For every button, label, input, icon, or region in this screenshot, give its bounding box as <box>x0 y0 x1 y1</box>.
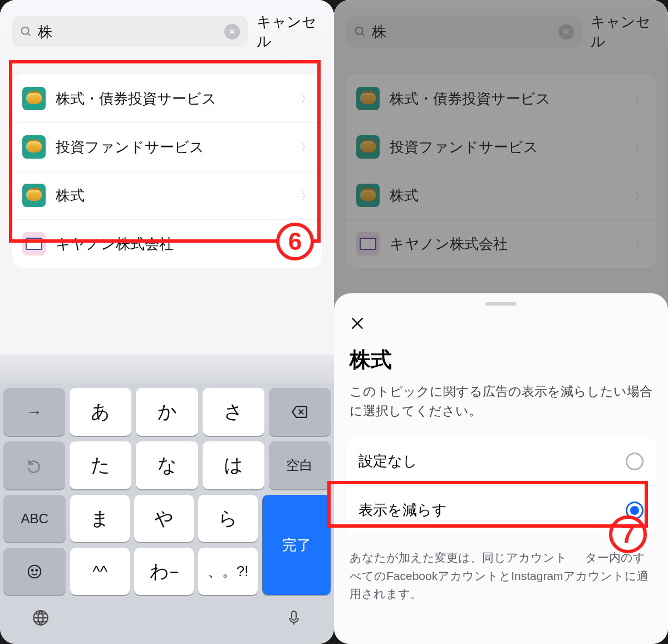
key-punct[interactable]: 、。?! <box>198 548 258 595</box>
cancel-button[interactable]: キャンセル <box>257 12 322 51</box>
key-ra[interactable]: ら <box>198 495 258 542</box>
key-wa[interactable]: わ <box>134 548 194 595</box>
laptop-icon <box>22 232 46 255</box>
result-label: 株式・債券投資サービス <box>56 89 291 109</box>
option-label: 表示を減らす <box>358 500 447 520</box>
annotation-badge-6: 6 <box>276 223 314 260</box>
sheet-title: 株式 <box>334 336 668 382</box>
chevron-right-icon: 〉 <box>301 188 312 203</box>
left-screenshot: キャンセル 株式・債券投資サービス 〉 投資ファンドサービス 〉 株式 〉 キヤ… <box>0 0 334 644</box>
coin-icon <box>22 135 46 159</box>
key-ka[interactable]: か <box>136 388 198 436</box>
chevron-right-icon: 〉 <box>301 140 312 155</box>
result-row[interactable]: キヤノン株式会社 〉 <box>12 220 322 268</box>
done-key[interactable]: 完了 <box>262 495 331 595</box>
key-a[interactable]: あ <box>70 388 131 436</box>
svg-line-1 <box>28 33 31 36</box>
key-ya[interactable]: や <box>134 495 194 542</box>
svg-point-6 <box>28 565 41 578</box>
mic-icon[interactable] <box>285 609 303 627</box>
result-label: キヤノン株式会社 <box>56 234 291 254</box>
backspace-key[interactable] <box>269 388 331 436</box>
key-next[interactable]: → <box>3 388 65 436</box>
sheet-grabber[interactable] <box>485 302 517 306</box>
svg-rect-10 <box>292 611 296 620</box>
svg-point-0 <box>22 27 29 35</box>
annotation-badge-7: 7 <box>609 515 647 553</box>
option-less[interactable]: 表示を減らす <box>346 486 656 534</box>
coin-icon <box>22 184 46 207</box>
option-label: 設定なし <box>358 451 418 471</box>
svg-point-8 <box>36 569 38 571</box>
space-key[interactable]: 空白 <box>269 441 331 489</box>
key-caret[interactable]: ^^ <box>70 548 130 595</box>
search-box[interactable] <box>12 16 248 47</box>
emoji-key[interactable] <box>3 548 66 595</box>
option-none[interactable]: 設定なし <box>346 437 656 486</box>
radio-unselected-icon <box>626 453 644 470</box>
search-input[interactable] <box>38 23 219 41</box>
keyboard: → あ か さ た な は 空白 ABC <box>0 355 334 644</box>
coin-icon <box>22 87 46 110</box>
globe-icon[interactable] <box>31 608 50 627</box>
abc-key[interactable]: ABC <box>3 495 66 542</box>
result-row[interactable]: 投資ファンドサービス 〉 <box>12 123 322 171</box>
key-na[interactable]: な <box>136 441 198 489</box>
results-list: 株式・債券投資サービス 〉 投資ファンドサービス 〉 株式 〉 キヤノン株式会社… <box>12 75 322 268</box>
key-ma[interactable]: ま <box>70 495 130 542</box>
bottom-sheet: 株式 このトピックに関する広告の表示を減らしたい場合に選択してください。 設定な… <box>334 293 668 644</box>
result-row[interactable]: 株式・債券投資サービス 〉 <box>12 75 322 123</box>
option-list: 設定なし 表示を減らす <box>346 437 656 534</box>
key-ha[interactable]: は <box>203 441 264 489</box>
result-label: 株式 <box>56 186 291 205</box>
clear-icon[interactable] <box>224 24 240 40</box>
key-undo[interactable] <box>3 441 65 489</box>
key-sa[interactable]: さ <box>203 388 264 436</box>
svg-point-7 <box>32 569 33 571</box>
search-row: キャンセル <box>0 0 334 59</box>
result-label: 投資ファンドサービス <box>56 137 291 157</box>
close-icon[interactable] <box>334 316 668 336</box>
key-ta[interactable]: た <box>70 441 131 489</box>
keyboard-bottom <box>3 601 331 633</box>
sheet-subtitle: このトピックに関する広告の表示を減らしたい場合に選択してください。 <box>334 382 668 434</box>
chevron-right-icon: 〉 <box>301 91 312 106</box>
result-row[interactable]: 株式 〉 <box>12 171 322 220</box>
search-icon <box>20 26 32 38</box>
